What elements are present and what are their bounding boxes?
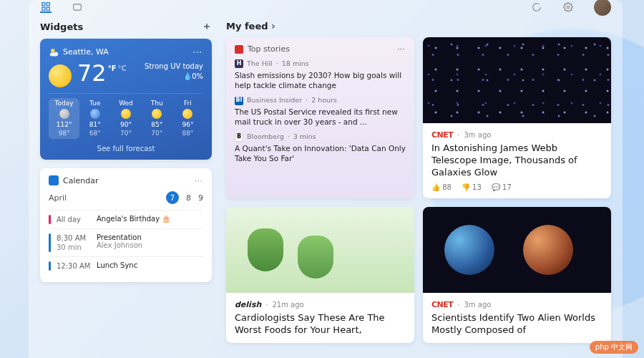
top-stories-label: Top stories bbox=[248, 44, 290, 54]
widgets-header: Widgets ＋ bbox=[40, 20, 212, 33]
settings-icon[interactable] bbox=[562, 1, 574, 13]
svg-rect-0 bbox=[42, 2, 45, 5]
news-card[interactable]: CNET · 3m ago In Astonishing James Webb … bbox=[423, 37, 611, 198]
event-color-bar bbox=[49, 233, 51, 252]
calendar-event[interactable]: 12:30 AM Lunch Sync bbox=[49, 256, 203, 275]
widgets-panel: Widgets ＋ Seattle, WA ⋯ 72 °F bbox=[29, 0, 623, 358]
source-badge-icon: H bbox=[235, 59, 243, 68]
weather-more-button[interactable]: ⋯ bbox=[192, 46, 203, 57]
forecast-day[interactable]: Wed 90°70° bbox=[110, 98, 141, 139]
news-image bbox=[423, 37, 611, 123]
news-image bbox=[226, 207, 414, 293]
sun-icon bbox=[121, 109, 131, 119]
rain-icon bbox=[90, 109, 100, 119]
source-label: CNET bbox=[431, 300, 453, 309]
top-stories-icon bbox=[235, 45, 243, 54]
event-color-bar bbox=[49, 215, 51, 224]
calendar-month[interactable]: April bbox=[49, 193, 67, 203]
source-badge-icon: BI bbox=[235, 97, 243, 105]
weather-card[interactable]: Seattle, WA ⋯ 72 °F °C Strong UV today 💧… bbox=[40, 39, 212, 160]
news-card[interactable]: CNET · 3m ago Scientists Identify Two Al… bbox=[423, 207, 611, 344]
sun-icon bbox=[182, 109, 192, 119]
top-story-item[interactable]: HThe Hill · 18 mins Slash emissions by 2… bbox=[235, 59, 406, 90]
feed-header[interactable]: My feed › bbox=[226, 20, 611, 32]
watermark: php 中文网 bbox=[590, 341, 638, 354]
full-forecast-link[interactable]: See full forecast bbox=[49, 145, 203, 153]
sun-icon bbox=[49, 64, 72, 87]
event-color-bar bbox=[49, 261, 51, 271]
forecast-row: Today 112°98° Tue 81°68° Wed 90°70° bbox=[49, 93, 203, 139]
svg-point-5 bbox=[567, 6, 570, 9]
top-stories-card: Top stories ⋯ HThe Hill · 18 mins Slash … bbox=[226, 37, 414, 198]
forecast-day[interactable]: Tue 81°68° bbox=[79, 98, 110, 139]
news-title: Scientists Identify Two Alien Worlds Mos… bbox=[431, 312, 602, 337]
top-story-item[interactable]: BIBusiness Insider · 2 hours The US Post… bbox=[235, 96, 406, 127]
droplet-icon: 💧 bbox=[183, 72, 192, 80]
widgets-label: Widgets bbox=[40, 21, 83, 32]
calendar-events: All day Angela's Birthday 🎂 8:30 AM30 mi… bbox=[49, 210, 203, 275]
forecast-day[interactable]: Thu 85°70° bbox=[142, 98, 172, 139]
calendar-event[interactable]: 8:30 AM30 min PresentationAlex Johnson bbox=[49, 228, 203, 256]
topbar bbox=[29, 0, 623, 14]
top-story-item[interactable]: BBloomberg · 3 mins A Quant's Take on In… bbox=[235, 132, 406, 163]
dislike-button[interactable]: 👎 13 bbox=[462, 183, 482, 191]
news-card[interactable]: delish · 21m ago Cardiologists Say These… bbox=[226, 207, 414, 344]
calendar-date-selected[interactable]: 7 bbox=[166, 191, 179, 204]
source-label: CNET bbox=[431, 130, 453, 140]
top-stories-more-button[interactable]: ⋯ bbox=[397, 44, 406, 54]
weather-condition: Strong UV today 💧0% bbox=[145, 62, 203, 82]
reactions: 👍 88 👎 13 💬 17 bbox=[431, 183, 602, 191]
calendar-more-button[interactable]: ⋯ bbox=[195, 176, 203, 185]
feed-label: My feed bbox=[226, 21, 268, 32]
svg-rect-1 bbox=[47, 2, 49, 5]
calendar-event[interactable]: All day Angela's Birthday 🎂 bbox=[49, 210, 203, 228]
secondary-tab-icon[interactable] bbox=[72, 1, 83, 13]
sun-icon bbox=[152, 109, 162, 119]
news-title: Cardiologists Say These Are The Worst Fo… bbox=[235, 312, 406, 337]
comment-button[interactable]: 💬 17 bbox=[492, 183, 512, 191]
source-badge-icon: B bbox=[235, 133, 243, 142]
calendar-icon bbox=[49, 175, 59, 185]
news-image bbox=[423, 207, 611, 293]
calendar-date[interactable]: 9 bbox=[198, 193, 203, 203]
svg-rect-2 bbox=[42, 7, 45, 10]
like-button[interactable]: 👍 88 bbox=[431, 183, 452, 191]
news-title: In Astonishing James Webb Telescope Imag… bbox=[431, 142, 602, 179]
add-widget-button[interactable]: ＋ bbox=[202, 20, 212, 33]
cloud-icon bbox=[59, 109, 69, 119]
weather-temp: 72 °F °C bbox=[77, 62, 127, 84]
svg-point-6 bbox=[51, 49, 55, 53]
source-label: delish bbox=[235, 300, 261, 309]
chevron-right-icon: › bbox=[271, 20, 275, 32]
avatar[interactable] bbox=[594, 0, 611, 16]
weather-location: Seattle, WA bbox=[63, 47, 109, 57]
calendar-card[interactable]: Calendar ⋯ April 7 8 9 All day Angela' bbox=[40, 168, 212, 282]
weather-logo-icon bbox=[49, 47, 59, 57]
calendar-date[interactable]: 8 bbox=[186, 193, 191, 203]
forecast-day[interactable]: Today 112°98° bbox=[49, 98, 79, 139]
home-tab-icon[interactable] bbox=[40, 1, 52, 13]
calendar-title: Calendar bbox=[63, 176, 98, 185]
svg-rect-3 bbox=[47, 7, 49, 10]
svg-rect-4 bbox=[74, 4, 82, 10]
refresh-icon[interactable] bbox=[531, 1, 542, 13]
forecast-day[interactable]: Fri 96°88° bbox=[172, 98, 203, 139]
